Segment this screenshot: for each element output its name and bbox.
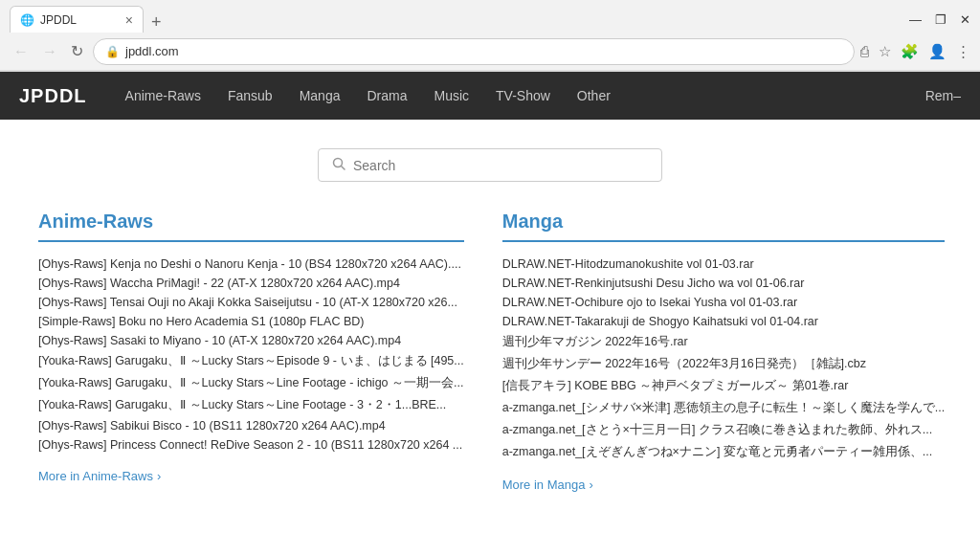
- list-item[interactable]: a-zmanga.net_[えぞぎんぎつね×ナニン] 変な竜と元勇者パーティー雑…: [502, 444, 946, 460]
- menu-icon[interactable]: ⋮: [956, 43, 970, 60]
- forward-button[interactable]: →: [38, 41, 61, 62]
- list-item[interactable]: 週刊少年サンデー 2022年16号（2022年3月16日発売）［雑誌].cbz: [502, 356, 946, 372]
- list-item[interactable]: [Youka-Raws] Garugaku、Ⅱ ～Lucky Stars～Epi…: [38, 353, 464, 369]
- nav-tvshow[interactable]: TV-Show: [496, 84, 550, 107]
- manga-list: DLRAW.NET-Hitodzumanokushite vol 01-03.r…: [502, 257, 946, 460]
- main-content: Anime-Raws [Ohys-Raws] Kenja no Deshi o …: [0, 201, 980, 511]
- close-button[interactable]: ✕: [960, 12, 970, 27]
- list-item[interactable]: [信長アキラ] KOBE BBG ～神戸ベタプミガールズ～ 第01巻.rar: [502, 378, 946, 394]
- share-icon[interactable]: ⎙: [860, 43, 869, 59]
- list-item[interactable]: a-zmanga.net_[さとう×十三月一日] クラス召喚に巻き込まれた教師、…: [502, 422, 946, 438]
- address-text: jpddl.com: [125, 44, 842, 58]
- anime-raws-divider: [38, 240, 464, 242]
- nav-fansub[interactable]: Fansub: [228, 84, 273, 107]
- manga-title[interactable]: Manga: [502, 211, 946, 233]
- more-manga-label: More in Manga: [502, 477, 586, 492]
- new-tab-button[interactable]: +: [144, 12, 169, 33]
- nav-right[interactable]: Rem–: [925, 88, 961, 103]
- search-icon: [332, 157, 345, 173]
- search-section: [0, 120, 980, 201]
- manga-divider: [502, 240, 946, 242]
- nav-music[interactable]: Music: [434, 84, 469, 107]
- search-box: [318, 148, 662, 182]
- list-item[interactable]: DLRAW.NET-Renkinjutsushi Desu Jicho wa v…: [502, 277, 946, 290]
- refresh-button[interactable]: ↻: [67, 40, 87, 62]
- tab-favicon: 🌐: [20, 13, 34, 27]
- profile-icon[interactable]: 👤: [928, 43, 947, 60]
- site-logo[interactable]: JPDDL: [19, 85, 87, 107]
- list-item[interactable]: [Ohys-Raws] Tensai Ouji no Akaji Kokka S…: [38, 296, 464, 309]
- list-item[interactable]: DLRAW.NET-Takarakuji de Shogyo Kaihatsuk…: [502, 315, 946, 328]
- site-nav: Anime-Raws Fansub Manga Drama Music TV-S…: [125, 84, 925, 107]
- nav-other[interactable]: Other: [577, 84, 611, 107]
- chevron-right-icon: ›: [589, 477, 592, 492]
- list-item[interactable]: a-zmanga.net_[シメサバ×米津] 悪徳領主の息子に転生！～楽しく魔法…: [502, 400, 946, 416]
- search-input[interactable]: [353, 158, 648, 173]
- tab-close-button[interactable]: ×: [125, 12, 133, 28]
- list-item[interactable]: [Ohys-Raws] Sabikui Bisco - 10 (BS11 128…: [38, 419, 464, 433]
- list-item[interactable]: [Ohys-Raws] Princess Connect! ReDive Sea…: [38, 438, 464, 452]
- back-button[interactable]: ←: [10, 41, 33, 62]
- list-item[interactable]: [Ohys-Raws] Sasaki to Miyano - 10 (AT-X …: [38, 334, 464, 347]
- list-item[interactable]: [Ohys-Raws] Waccha PriMagi! - 22 (AT-X 1…: [38, 277, 464, 290]
- lock-icon: 🔒: [105, 45, 120, 58]
- more-anime-raws-label: More in Anime-Raws: [38, 469, 153, 483]
- list-item[interactable]: DLRAW.NET-Ochibure ojo to Isekai Yusha v…: [502, 296, 946, 309]
- list-item[interactable]: [Ohys-Raws] Kenja no Deshi o Nanoru Kenj…: [38, 257, 464, 271]
- chevron-right-icon: ›: [157, 469, 161, 483]
- bookmark-icon[interactable]: ☆: [879, 43, 891, 60]
- extensions-icon[interactable]: 🧩: [901, 43, 919, 60]
- restore-button[interactable]: ❐: [935, 12, 947, 27]
- anime-raws-column: Anime-Raws [Ohys-Raws] Kenja no Deshi o …: [38, 211, 464, 492]
- browser-tab[interactable]: 🌐 JPDDL ×: [10, 6, 144, 33]
- minimize-button[interactable]: —: [909, 12, 922, 27]
- more-manga-link[interactable]: More in Manga ›: [502, 477, 946, 492]
- tab-title: JPDDL: [40, 13, 120, 27]
- manga-column: Manga DLRAW.NET-Hitodzumanokushite vol 0…: [502, 211, 946, 492]
- list-item[interactable]: [Youka-Raws] Garugaku、Ⅱ ～Lucky Stars～Lin…: [38, 397, 464, 413]
- site-header: JPDDL Anime-Raws Fansub Manga Drama Musi…: [0, 72, 980, 120]
- nav-manga[interactable]: Manga: [300, 84, 341, 107]
- nav-anime-raws[interactable]: Anime-Raws: [125, 84, 201, 107]
- nav-drama[interactable]: Drama: [367, 84, 407, 107]
- list-item[interactable]: [Youka-Raws] Garugaku、Ⅱ ～Lucky Stars～Lin…: [38, 375, 464, 391]
- address-bar[interactable]: 🔒 jpddl.com: [93, 38, 855, 65]
- more-anime-raws-link[interactable]: More in Anime-Raws ›: [38, 469, 464, 483]
- anime-raws-list: [Ohys-Raws] Kenja no Deshi o Nanoru Kenj…: [38, 257, 464, 452]
- list-item[interactable]: DLRAW.NET-Hitodzumanokushite vol 01-03.r…: [502, 257, 946, 271]
- list-item[interactable]: [Simple-Raws] Boku no Hero Academia S1 (…: [38, 315, 464, 328]
- svg-line-1: [342, 166, 345, 170]
- anime-raws-title[interactable]: Anime-Raws: [38, 211, 464, 233]
- list-item[interactable]: 週刊少年マガジン 2022年16号.rar: [502, 334, 946, 350]
